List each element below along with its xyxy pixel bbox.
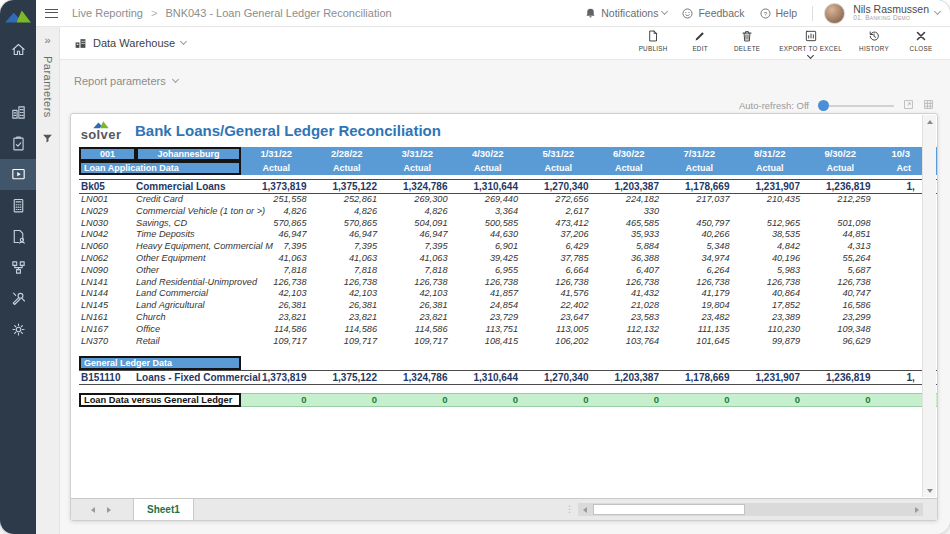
excel-export-icon [804,29,818,43]
gear-icon [10,321,27,338]
column-date-header: 4/30/22 [453,147,524,161]
row-value: 41,063 [241,253,312,265]
history-label: HISTORY [859,45,889,52]
diff-row: Loan Data versus General Ledger000000000 [79,393,938,407]
sidebar-item-process[interactable] [0,252,36,283]
row-value: 26,381 [382,300,453,312]
grid-view-icon[interactable] [923,96,934,114]
feedback-button[interactable]: Feedback [677,7,748,20]
loan-detail-row: LN042Time Deposits46,94746,94746,94744,6… [79,229,938,241]
sidebar-item-home[interactable] [0,34,36,65]
row-value: 5,884 [594,241,665,253]
slider-knob-icon[interactable] [818,100,829,111]
help-label: Help [776,7,798,19]
vertical-scrollbar[interactable] [922,115,936,497]
row-code: LN145 [79,300,136,312]
row-value: 126,738 [382,277,453,289]
sidebar-item-company[interactable] [0,97,36,128]
parameters-label[interactable]: Parameters [42,56,54,118]
row-code: LN161 [79,312,136,324]
menu-icon[interactable] [45,9,58,18]
scroll-left-icon[interactable] [578,503,591,516]
data-source-dropdown[interactable]: Data Warehouse [74,37,186,50]
gl-total-row: B151110Loans - Fixed Commercial1,373,819… [79,370,938,385]
chevron-down-icon [180,38,187,45]
delete-label: DELETE [734,45,760,52]
row-value: 39,425 [453,253,524,265]
history-clock-icon [867,29,881,43]
smiley-icon [681,7,694,20]
sidebar-item-settings[interactable] [0,314,36,345]
edit-button[interactable]: EDIT [685,29,715,58]
solver-logo-icon [4,7,32,25]
scrollbar-thumb[interactable] [593,504,745,515]
user-avatar[interactable] [824,3,845,24]
column-scenario-header: Actual [312,161,383,175]
row-name: Loans - Fixed Commercial [136,371,241,385]
row-value: 1,373,819 [241,371,312,385]
user-chevron-icon[interactable] [934,8,941,15]
sidebar-item-tools[interactable] [0,283,36,314]
scroll-right-icon[interactable] [910,503,923,516]
notifications-button[interactable]: Notifications [580,7,671,20]
row-value: 465,585 [594,218,665,230]
row-value: 23,821 [312,312,383,324]
row-value: 113,005 [523,324,594,336]
publish-button[interactable]: PUBLISH [638,29,668,58]
row-value: 1,178,669 [664,180,735,194]
row-value: 40,196 [735,253,806,265]
export-to-excel-button[interactable]: EXPORT TO EXCEL [779,29,842,58]
user-block[interactable]: Nils Rasmussen 01. Banking Demo [853,4,929,22]
sheet-next-icon[interactable] [107,507,111,513]
row-value: 23,647 [523,312,594,324]
breadcrumb-separator: > [151,7,157,19]
sidebar-item-report-packages[interactable] [0,221,36,252]
scrollbar-grip-icon[interactable]: ⋮ [565,505,574,514]
row-value: 110,230 [735,324,806,336]
row-value: 1,270,340 [523,371,594,385]
buildings-icon [10,104,27,121]
row-name: Other [136,265,241,277]
column-date-header: 3/31/22 [382,147,453,161]
row-value: 113,751 [453,324,524,336]
column-scenario-header: Actual [453,161,524,175]
sidebar-item-tasks[interactable] [0,128,36,159]
horizontal-scrollbar[interactable] [578,503,923,516]
row-value: 1,231,907 [735,180,806,194]
column-scenario-header: Actual [664,161,735,175]
breadcrumb-section[interactable]: Live Reporting [72,7,143,19]
loan-detail-row: LN141Land Residential-Unimproved126,7381… [79,277,938,289]
row-value: 1,310,644 [453,180,524,194]
row-name: Time Deposits [136,229,241,241]
row-value: 126,738 [523,277,594,289]
help-button[interactable]: ? Help [755,7,802,20]
sidebar-item-calculator[interactable] [0,190,36,221]
breadcrumb-page: BNK043 - Loan General Ledger Reconciliat… [165,7,391,19]
row-value: 501,098 [805,218,876,230]
column-scenario-header: Actual [382,161,453,175]
scroll-up-icon[interactable] [923,115,936,128]
filter-funnel-icon[interactable] [42,130,53,148]
row-code: B151110 [79,371,136,385]
row-value: 41,857 [453,288,524,300]
close-x-icon [914,29,928,43]
report-parameters-dropdown[interactable]: Report parameters [74,75,178,87]
diff-value: 0 [664,393,735,407]
row-value: 1,236,819 [805,180,876,194]
sidebar-item-report-viewer[interactable] [0,159,36,190]
entity-code-cell: 001 [79,147,136,161]
expand-panel-button[interactable]: » [44,35,50,46]
row-value: 2,617 [523,206,594,218]
row-name: Church [136,312,241,324]
row-value: 37,206 [523,229,594,241]
row-value: 1,178,669 [664,371,735,385]
close-button[interactable]: CLOSE [906,29,936,58]
row-value: 7,818 [382,265,453,277]
sheet-prev-icon[interactable] [91,507,95,513]
expand-view-icon[interactable] [903,96,914,114]
history-button[interactable]: HISTORY [859,29,889,58]
auto-refresh-slider[interactable] [818,100,894,111]
delete-button[interactable]: DELETE [732,29,762,58]
scroll-down-icon[interactable] [923,484,936,497]
sheet-tab[interactable]: Sheet1 [133,499,194,520]
